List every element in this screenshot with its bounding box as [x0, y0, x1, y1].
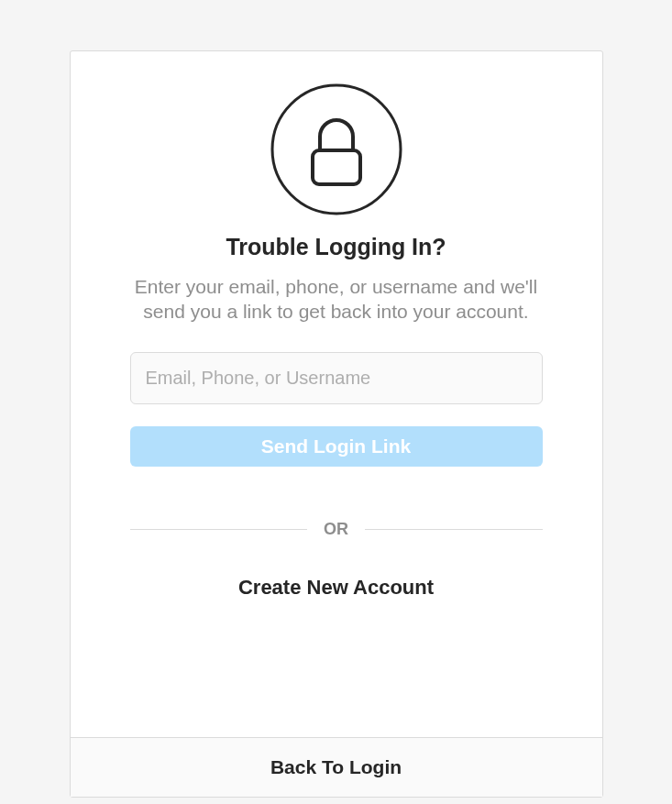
identifier-input[interactable] — [130, 352, 543, 404]
divider-text: OR — [307, 520, 365, 539]
divider: OR — [130, 520, 543, 539]
send-login-link-button[interactable]: Send Login Link — [130, 426, 543, 467]
card-body: Trouble Logging In? Enter your email, ph… — [71, 51, 602, 737]
create-new-account-link[interactable]: Create New Account — [238, 576, 434, 600]
lock-icon-circle — [270, 83, 402, 215]
page-subtitle: Enter your email, phone, or username and… — [130, 274, 543, 325]
lock-icon — [270, 83, 402, 215]
back-to-login-button[interactable]: Back To Login — [71, 737, 602, 797]
page-title: Trouble Logging In? — [226, 234, 446, 260]
password-reset-card: Trouble Logging In? Enter your email, ph… — [70, 50, 603, 798]
svg-rect-1 — [313, 150, 360, 184]
divider-line-left — [130, 529, 308, 530]
divider-line-right — [365, 529, 543, 530]
